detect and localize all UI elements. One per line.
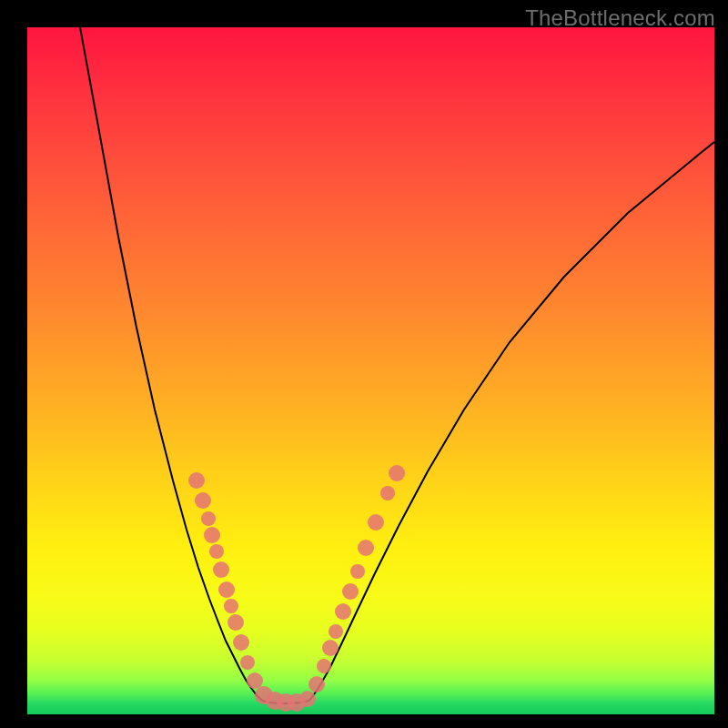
marker-dot <box>350 564 365 579</box>
marker-dot <box>201 511 216 526</box>
left-curve <box>80 27 262 701</box>
marker-dot <box>209 544 224 559</box>
right-curve <box>309 142 714 701</box>
marker-dot <box>233 634 249 651</box>
marker-dot <box>188 472 205 489</box>
marker-dot <box>342 583 359 600</box>
marker-dot <box>224 599 238 613</box>
marker-dot <box>322 640 339 656</box>
marker-dot <box>308 676 325 693</box>
marker-dot <box>368 514 384 531</box>
plot-area <box>27 27 714 714</box>
marker-dot <box>204 527 220 543</box>
marker-dots <box>188 465 405 712</box>
marker-dot <box>358 540 374 556</box>
marker-dot <box>228 614 244 631</box>
marker-dot <box>335 603 351 620</box>
marker-dot <box>247 672 263 689</box>
outer-frame: TheBottleneck.com <box>0 0 728 728</box>
chart-svg <box>27 27 714 714</box>
marker-dot <box>389 465 405 481</box>
marker-dot <box>195 492 211 509</box>
marker-dot <box>213 561 229 578</box>
marker-dot <box>218 581 235 598</box>
marker-dot <box>380 486 395 500</box>
marker-dot <box>329 624 343 639</box>
marker-dot <box>240 655 255 670</box>
marker-dot <box>317 659 331 673</box>
marker-dot <box>299 691 316 707</box>
